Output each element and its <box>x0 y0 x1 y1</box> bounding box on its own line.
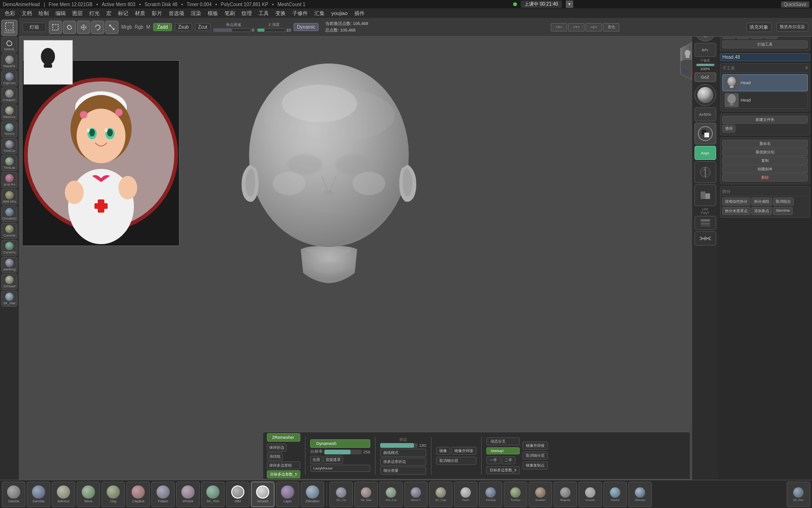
cancel-groups-btn[interactable]: 取消组合 <box>773 198 794 206</box>
brush-clay[interactable]: Clay <box>102 482 125 507</box>
menu-texture[interactable]: 纹理 <box>239 9 255 18</box>
tool-skhair[interactable]: SK_Hair <box>1 291 17 307</box>
menu-light[interactable]: 灯光 <box>86 9 102 18</box>
menu-material[interactable]: 材质 <box>132 9 148 18</box>
menu-marker[interactable]: 标记 <box>115 9 131 18</box>
tool-clipcurve[interactable]: ClipCurv <box>1 71 17 87</box>
xpose-btn[interactable] <box>695 184 716 206</box>
menu-movie[interactable]: 影片 <box>149 9 165 18</box>
edit-select-lasso-btn[interactable] <box>63 21 76 34</box>
brush-slash2[interactable]: Slash2 <box>603 482 627 507</box>
render-mirror-btn[interactable]: 镜像并焊接 <box>523 442 548 450</box>
one-hand-btn[interactable]: 一手 <box>486 456 500 464</box>
similar-subdivide-btn[interactable]: 按相似性拆分 <box>722 198 750 206</box>
tool-slicecurve[interactable]: SliceCur <box>1 104 17 120</box>
menu-macro[interactable]: 宏 <box>103 9 114 18</box>
tool-selectrect[interactable]: SelectR <box>1 20 17 36</box>
smooth-btn[interactable]: 光滑 <box>310 456 322 464</box>
goz-btn[interactable]: GoZ <box>695 72 716 82</box>
target-poly-label-btn[interactable]: 目标多边形数_5 <box>486 466 520 474</box>
brush-imm[interactable]: IMM <box>226 482 250 507</box>
tool-creasec[interactable]: CreaseC <box>1 87 17 103</box>
new-folder-btn[interactable]: 新建文件夹 <box>722 116 808 124</box>
menu-doc[interactable]: 文档 <box>19 9 35 18</box>
split-unmask-btn[interactable]: 拆分未遮罩点 <box>722 207 750 215</box>
material-preview[interactable] <box>695 84 716 106</box>
brush-move[interactable]: Move <box>77 482 100 507</box>
brush-mahcut[interactable]: MAHcut <box>52 482 75 507</box>
subtool-head-2[interactable]: Head <box>722 92 808 109</box>
x-orient-btn[interactable]: >X< <box>551 23 567 32</box>
tool-immprint[interactable]: M M Pri <box>1 172 17 188</box>
tool-maskpen[interactable]: MaskPe <box>1 54 17 70</box>
edit-move-btn[interactable] <box>77 21 90 34</box>
fold-slider[interactable] <box>380 443 418 448</box>
curve-mode-btn[interactable]: 曲线模式 <box>380 449 426 457</box>
lightbox-tools-btn[interactable]: 灯箱工具 <box>722 40 808 48</box>
tool-chnstesc[interactable]: ChnsteSc <box>1 206 17 222</box>
tool-gxmaof[interactable]: GXmaof <box>1 274 17 290</box>
brush-zremes[interactable]: ZRemes <box>628 482 652 507</box>
brush-snakeh[interactable]: SnakeH <box>529 482 552 507</box>
ac-btn[interactable]: Ac50% <box>695 107 716 121</box>
menu-color[interactable]: 色彩 <box>2 9 18 18</box>
dynamic-sub-btn[interactable]: 动态分叉 <box>486 437 520 445</box>
rename-btn[interactable]: 重命名 <box>722 140 808 148</box>
zremesher-btn[interactable]: ZRemesher <box>267 433 300 442</box>
zadd-btn[interactable]: Zadd <box>153 23 172 31</box>
freeze-groups-btn[interactable]: 冻结组 <box>267 452 283 460</box>
resolution-slider[interactable] <box>324 450 362 454</box>
lazy-mouse-btn[interactable]: LazyMouse <box>310 465 370 472</box>
keep-poly-groups-btn[interactable]: 保持多边形组 <box>267 461 300 469</box>
subtool-head-1[interactable]: Head <box>722 74 808 91</box>
tool-trimcurve[interactable]: TrimCur <box>1 138 17 154</box>
menu-collect[interactable]: 汇集 <box>312 9 328 18</box>
startup-btn[interactable]: Startup! <box>486 447 520 454</box>
duplicate-btn[interactable]: 复制 <box>722 157 808 165</box>
zcut-btn[interactable]: Zcut <box>195 23 211 31</box>
brush-skpen[interactable]: SK_Pen <box>787 482 810 507</box>
brush-claybuild[interactable]: ClayBuil <box>126 482 150 507</box>
tool-curvetu[interactable]: CurveTu <box>1 240 17 256</box>
menu-edit[interactable]: 编辑 <box>53 9 69 18</box>
brush-standa[interactable]: StanDa <box>2 482 25 507</box>
tool-xianfeng[interactable]: xianfeng <box>1 257 17 273</box>
menu-plugins[interactable]: 插件 <box>351 9 367 18</box>
add-new-point-btn[interactable]: 添加新点 <box>751 207 772 215</box>
delete-btn[interactable]: 删除 <box>722 174 808 182</box>
edit-rotate-btn[interactable] <box>91 21 104 34</box>
fill-target-btn[interactable]: 填充对象 <box>746 23 772 32</box>
tool-trimlasso[interactable]: TrimLas <box>1 155 17 171</box>
brush-skslas[interactable]: SK_Slas <box>354 482 378 507</box>
timer-dropdown[interactable]: ▼ <box>566 0 573 8</box>
create-copy-btn[interactable]: 创建副本 <box>722 165 808 173</box>
lightbox-btn[interactable]: 灯箱 <box>23 23 46 32</box>
menu-transform[interactable]: 变换 <box>273 9 289 18</box>
menu-layer[interactable]: 图层 <box>70 9 86 18</box>
brush-movet[interactable]: Move T <box>404 482 428 507</box>
two-hand-btn[interactable]: 二手 <box>501 456 515 464</box>
edit-select-rect-btn[interactable] <box>49 21 62 34</box>
back-face-btn[interactable]: 背面遮罩 <box>323 456 343 464</box>
brush-hpolish[interactable]: hPolish <box>176 482 200 507</box>
symmetry-btn[interactable] <box>695 161 716 183</box>
menu-render[interactable]: 渲染 <box>188 9 204 18</box>
sub-quality-btn[interactable]: 细分质量 <box>380 467 426 475</box>
brush-sktrim[interactable]: SK_Trim <box>201 482 225 507</box>
preview-brush-btn[interactable]: 预览布尔渲染 <box>776 23 808 32</box>
mirror-copy-btn[interactable]: 镜像复制点 <box>523 461 548 469</box>
menu-tool[interactable]: 工具 <box>256 9 272 18</box>
quick-save[interactable]: QuickSave <box>781 1 809 8</box>
tool-curvest[interactable]: CurveSt <box>1 223 17 239</box>
brush-orbcra[interactable]: Orb_Cra <box>379 482 403 507</box>
transparent-btn[interactable]: 透明 <box>722 125 735 133</box>
brush-scclay[interactable]: SC_Clay <box>429 482 453 507</box>
edit-scale-btn[interactable] <box>105 21 118 34</box>
cancel-fold-btn2[interactable]: 取消细分层 <box>523 452 548 460</box>
brush-magnify[interactable]: Magnify <box>554 482 577 507</box>
mirror-btn[interactable]: 镜像 <box>436 447 450 455</box>
subdivide-groups-btn[interactable]: 拆分成组 <box>751 198 772 206</box>
target-poly-btn[interactable]: 目标多边形数_5 <box>267 470 300 478</box>
xyz-btn[interactable]: Axyz <box>695 146 716 160</box>
multi-fold-btn[interactable]: 按多边形折边 <box>380 458 426 466</box>
